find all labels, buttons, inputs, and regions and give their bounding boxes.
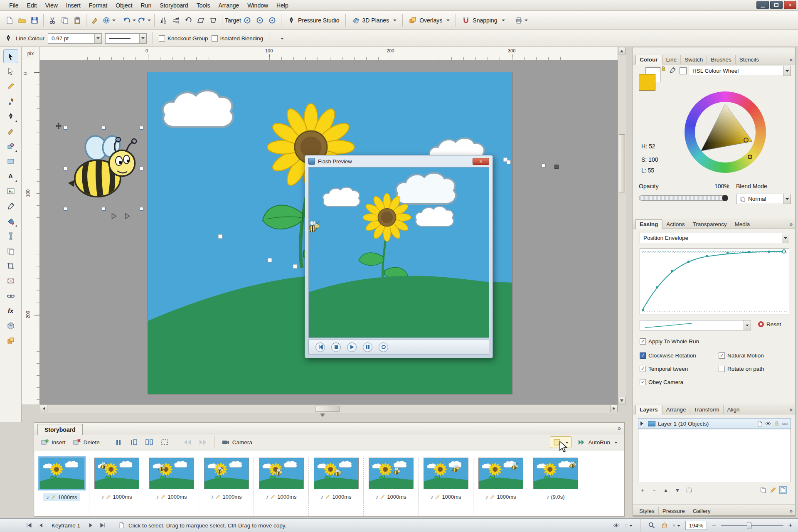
pan-tool-button[interactable] (660, 522, 668, 529)
layers-list-area[interactable] (638, 429, 791, 482)
tab-styles[interactable]: Styles (635, 507, 658, 515)
perspective-button[interactable] (207, 14, 219, 27)
storyboard-frame-6[interactable]: ♪1000ms (309, 458, 364, 516)
vertical-ruler[interactable]: 0 100 200 (22, 60, 40, 404)
rotate-button[interactable] (182, 14, 195, 27)
menu-edit[interactable]: Edit (23, 1, 41, 10)
flash-preview-titlebar[interactable]: Flash Preview × (305, 155, 493, 167)
colour-dropper-icon[interactable] (669, 66, 676, 74)
horizontal-scrollbar[interactable] (40, 404, 618, 413)
tab-actions[interactable]: Actions (662, 220, 688, 229)
menu-insert[interactable]: Insert (62, 1, 85, 10)
pane-splitter-arrow[interactable] (320, 414, 325, 419)
layer-link-toggle[interactable] (781, 420, 788, 427)
menu-tools[interactable]: Tools (192, 1, 214, 10)
tab-brushes[interactable]: Brushes (707, 55, 735, 64)
layer-visibility-toggle[interactable] (764, 420, 772, 427)
pointer-mode-button[interactable] (673, 522, 680, 529)
no-colour-swatch[interactable] (680, 67, 687, 74)
transparency-tool[interactable] (3, 229, 18, 243)
layer-edit-toggle[interactable] (756, 420, 764, 427)
selection-handle[interactable] (64, 126, 67, 130)
node-edit-tool[interactable] (3, 64, 18, 78)
preview-run-button[interactable] (122, 212, 132, 220)
storyboard-menu-icon[interactable]: » (618, 425, 621, 431)
target-option-button-3[interactable] (266, 14, 278, 27)
print-button[interactable] (514, 14, 529, 27)
zoom-tool-button[interactable] (648, 522, 655, 529)
storyboard-frame-1[interactable]: ♪1000ms (34, 458, 89, 516)
layer-select-mode-button[interactable] (779, 486, 787, 494)
picture-frame-tool[interactable] (3, 184, 18, 198)
stop-button[interactable] (331, 342, 341, 352)
tab-layers[interactable]: Layers (635, 405, 662, 414)
edit-duration-icon[interactable] (435, 494, 440, 500)
line-width-combo[interactable]: 0.97 pt (48, 33, 102, 44)
rewind-button[interactable] (315, 342, 325, 352)
swatch-lock-icon[interactable] (660, 66, 666, 71)
edit-duration-icon[interactable] (490, 494, 495, 500)
selection-handle[interactable] (64, 207, 67, 211)
layer-row[interactable]: Layer 1 (10 Objects) (638, 418, 791, 429)
context-overflow-button[interactable] (275, 34, 288, 43)
new-document-button[interactable] (3, 14, 16, 27)
zoom-level-box[interactable]: 194% (685, 521, 707, 530)
publish-mode-button[interactable] (101, 14, 116, 27)
split-keyframe-button[interactable] (143, 436, 156, 448)
isolated-blending-checkbox[interactable]: Isolated Blending (212, 35, 264, 42)
tab-transparency[interactable]: Transparency (689, 220, 731, 229)
target-option-button-2[interactable] (254, 14, 266, 27)
edit-duration-icon[interactable] (106, 494, 111, 500)
move-layer-up-button[interactable]: ▲ (662, 487, 670, 493)
layer-lock-toggle[interactable] (773, 420, 780, 427)
zoom-slider[interactable] (721, 525, 783, 526)
storyboard-frame-9[interactable]: ♪1000ms (473, 458, 528, 516)
menu-object[interactable]: Object (111, 1, 136, 10)
selection-handle[interactable] (140, 126, 143, 130)
edit-duration-icon[interactable] (51, 495, 56, 500)
layer-expander-icon[interactable] (640, 421, 645, 426)
select-tool[interactable] (3, 49, 18, 63)
redo-button[interactable] (137, 14, 152, 27)
colour-mode-combo[interactable]: HSL Colour Wheel (689, 66, 791, 76)
vertical-scroll-thumb[interactable] (619, 134, 625, 192)
edit-duration-icon[interactable] (215, 494, 221, 500)
zoom-slider-knob[interactable] (747, 522, 751, 529)
preview-animation-button[interactable] (109, 212, 119, 220)
selected-bee-object[interactable] (66, 128, 142, 209)
pen-tool[interactable] (3, 109, 18, 123)
menu-view[interactable]: View (41, 1, 62, 10)
paste-in-layer-button[interactable] (759, 486, 767, 494)
easing-curve-graph[interactable] (640, 249, 789, 315)
tab-media[interactable]: Media (731, 220, 754, 229)
hold-keyframe-button[interactable] (127, 436, 140, 448)
apply-to-whole-run-checkbox[interactable]: ✓ Apply To Whole Run (640, 338, 699, 345)
extrude-tool[interactable] (3, 319, 18, 332)
undo-button[interactable] (122, 14, 137, 27)
shear-button[interactable] (195, 14, 207, 27)
envelope-node[interactable] (507, 160, 511, 164)
opacity-slider[interactable] (639, 195, 728, 201)
replicate-tool[interactable] (3, 244, 18, 258)
edit-duration-icon[interactable] (270, 494, 276, 500)
storyboard-frame-8[interactable]: ♪1000ms (419, 458, 473, 516)
knockout-group-checkbox[interactable]: Knockout Group (159, 35, 208, 42)
reset-easing-button[interactable]: Reset (758, 321, 781, 328)
move-layer-down-button[interactable]: ▼ (674, 487, 681, 493)
obey-camera-checkbox[interactable]: ✓ Obey Camera (640, 379, 683, 385)
zoom-out-button[interactable]: − (712, 522, 716, 529)
select-keyframes-button[interactable] (158, 436, 171, 448)
temporal-tween-checkbox[interactable]: ✓ Temporal tween (640, 366, 688, 372)
rewind-keyframes-button[interactable] (181, 436, 194, 448)
storyboard-frame-10[interactable]: ♪(9.0s) (528, 458, 583, 516)
crop-tool[interactable] (3, 259, 18, 273)
paste-button[interactable] (71, 14, 84, 27)
layer-properties-button[interactable] (685, 486, 693, 494)
delete-keyframe-button[interactable]: Delete (70, 436, 102, 448)
selection-handle[interactable] (140, 207, 143, 211)
clockwise-rotation-checkbox[interactable]: ✓ Clockwise Rotation (640, 352, 696, 359)
tab-line[interactable]: Line (662, 55, 681, 64)
zoom-in-button[interactable]: + (788, 522, 792, 529)
envelope-tool[interactable] (3, 274, 18, 288)
natural-motion-checkbox[interactable]: ✓ Natural Motion (719, 352, 764, 359)
